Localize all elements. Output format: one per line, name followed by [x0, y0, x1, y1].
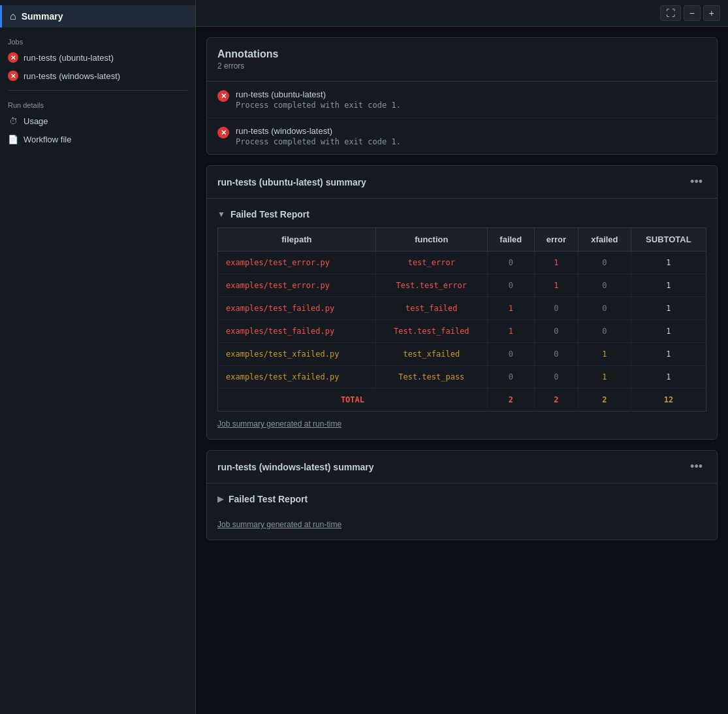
cell-xfailed: 1 [578, 343, 631, 366]
cell-failed: 0 [487, 343, 534, 366]
cell-filepath: examples/test_error.py [218, 274, 376, 297]
sidebar-summary-label: Summary [22, 11, 63, 22]
clock-icon: ⏱ [8, 116, 18, 126]
windows-report-toggle[interactable]: ▶ Failed Test Report [217, 494, 706, 504]
cell-subtotal: 1 [631, 320, 706, 343]
cell-error: 0 [534, 320, 578, 343]
sidebar-job-windows-label: run-tests (windows-latest) [24, 71, 120, 81]
annotations-card: Annotations 2 errors ✕ run-tests (ubuntu… [206, 37, 718, 155]
sidebar-run-details-section: Run details [0, 96, 195, 112]
cell-failed: 1 [487, 297, 534, 320]
cell-filepath: examples/test_failed.py [218, 297, 376, 320]
cell-xfailed: 0 [578, 320, 631, 343]
ubuntu-summary-header: run-tests (ubuntu-latest) summary ••• [207, 166, 717, 199]
annotations-header: Annotations 2 errors [207, 38, 717, 82]
annotation-error-icon-windows: ✕ [217, 127, 229, 138]
cell-function: Test.test_error [375, 274, 487, 297]
col-error: error [534, 228, 578, 252]
cell-error: 1 [534, 274, 578, 297]
col-function: function [375, 228, 487, 252]
sidebar-job-ubuntu-label: run-tests (ubuntu-latest) [24, 53, 114, 63]
sidebar-item-ubuntu[interactable]: ✕ run-tests (ubuntu-latest) [0, 48, 195, 67]
cell-xfailed: 0 [578, 297, 631, 320]
cell-filepath: examples/test_error.py [218, 252, 376, 274]
ubuntu-report-section: ▼ Failed Test Report filepath function f… [207, 199, 717, 439]
windows-job-summary-link[interactable]: Job summary generated at run-time [217, 520, 341, 529]
annotation-text-windows: run-tests (windows-latest) Process compl… [236, 126, 401, 146]
cell-subtotal: 1 [631, 252, 706, 274]
windows-summary-title: run-tests (windows-latest) summary [217, 462, 374, 472]
col-failed: failed [487, 228, 534, 252]
windows-toggle-arrow: ▶ [217, 495, 223, 504]
annotations-subtitle: 2 errors [217, 61, 706, 71]
annotation-msg-windows: Process completed with exit code 1. [236, 137, 401, 146]
col-xfailed: xfailed [578, 228, 631, 252]
cell-function: Test.test_pass [375, 366, 487, 389]
cell-error: 0 [534, 343, 578, 366]
file-icon: 📄 [8, 134, 18, 144]
windows-summary-menu-button[interactable]: ••• [686, 459, 706, 475]
ubuntu-summary-title: run-tests (ubuntu-latest) summary [217, 177, 366, 187]
total-error: 2 [534, 389, 578, 412]
table-row: examples/test_xfailed.py Test.test_pass … [218, 366, 706, 389]
total-subtotal: 12 [631, 389, 706, 412]
table-row: examples/test_error.py test_error 0 1 0 … [218, 252, 706, 274]
sidebar-item-windows[interactable]: ✕ run-tests (windows-latest) [0, 67, 195, 85]
cell-xfailed: 1 [578, 366, 631, 389]
cell-subtotal: 1 [631, 343, 706, 366]
windows-report-title: Failed Test Report [229, 494, 308, 504]
cell-filepath: examples/test_xfailed.py [218, 366, 376, 389]
total-label: TOTAL [218, 389, 488, 412]
content-area: Annotations 2 errors ✕ run-tests (ubuntu… [196, 27, 728, 551]
cell-failed: 1 [487, 320, 534, 343]
sidebar-item-usage[interactable]: ⏱ Usage [0, 112, 195, 130]
table-row: examples/test_xfailed.py test_xfailed 0 … [218, 343, 706, 366]
cell-subtotal: 1 [631, 297, 706, 320]
table-header-row: filepath function failed error xfailed S… [218, 228, 706, 252]
home-icon: ⌂ [10, 10, 16, 22]
ubuntu-summary-card: run-tests (ubuntu-latest) summary ••• ▼ … [206, 165, 718, 440]
cell-function: test_error [375, 252, 487, 274]
sidebar-jobs-section: Jobs [0, 33, 195, 48]
cell-xfailed: 0 [578, 274, 631, 297]
error-icon-windows: ✕ [8, 71, 18, 81]
cell-xfailed: 0 [578, 252, 631, 274]
minimize-button[interactable]: − [684, 5, 701, 21]
error-icon-ubuntu: ✕ [8, 52, 18, 63]
ubuntu-summary-menu-button[interactable]: ••• [686, 174, 706, 190]
expand-button[interactable]: ⛶ [660, 5, 681, 21]
sidebar-usage-label: Usage [24, 116, 48, 126]
table-row: examples/test_failed.py Test.test_failed… [218, 320, 706, 343]
windows-summary-header: run-tests (windows-latest) summary ••• [207, 451, 717, 483]
cell-function: test_failed [375, 297, 487, 320]
annotations-title: Annotations [217, 48, 706, 60]
annotation-error-icon-ubuntu: ✕ [217, 90, 229, 102]
annotation-msg-ubuntu: Process completed with exit code 1. [236, 101, 401, 110]
windows-report-section: ▶ Failed Test Report Job summary generat… [207, 483, 717, 540]
sidebar-divider [8, 90, 187, 91]
sidebar-item-workflow-file[interactable]: 📄 Workflow file [0, 130, 195, 148]
annotation-item-ubuntu: ✕ run-tests (ubuntu-latest) Process comp… [207, 82, 717, 118]
cell-subtotal: 1 [631, 274, 706, 297]
main-content: ⛶ − + Annotations 2 errors ✕ run-tests (… [196, 0, 728, 714]
cell-failed: 0 [487, 274, 534, 297]
topbar: ⛶ − + [196, 0, 728, 27]
ubuntu-toggle-arrow: ▼ [217, 210, 225, 219]
total-xfailed: 2 [578, 389, 631, 412]
annotation-text-ubuntu: run-tests (ubuntu-latest) Process comple… [236, 89, 401, 110]
table-total-row: TOTAL 2 2 2 12 [218, 389, 706, 412]
ubuntu-report-toggle[interactable]: ▼ Failed Test Report [217, 209, 706, 219]
col-subtotal: SUBTOTAL [631, 228, 706, 252]
windows-summary-card: run-tests (windows-latest) summary ••• ▶… [206, 450, 718, 540]
sidebar-summary-item[interactable]: ⌂ Summary [0, 5, 195, 27]
maximize-button[interactable]: + [703, 5, 720, 21]
cell-failed: 0 [487, 252, 534, 274]
annotation-job-ubuntu: run-tests (ubuntu-latest) [236, 89, 401, 99]
ubuntu-job-summary-link[interactable]: Job summary generated at run-time [217, 419, 341, 429]
cell-subtotal: 1 [631, 366, 706, 389]
sidebar: ⌂ Summary Jobs ✕ run-tests (ubuntu-lates… [0, 0, 196, 714]
cell-error: 0 [534, 297, 578, 320]
cell-failed: 0 [487, 366, 534, 389]
cell-filepath: examples/test_failed.py [218, 320, 376, 343]
total-failed: 2 [487, 389, 534, 412]
